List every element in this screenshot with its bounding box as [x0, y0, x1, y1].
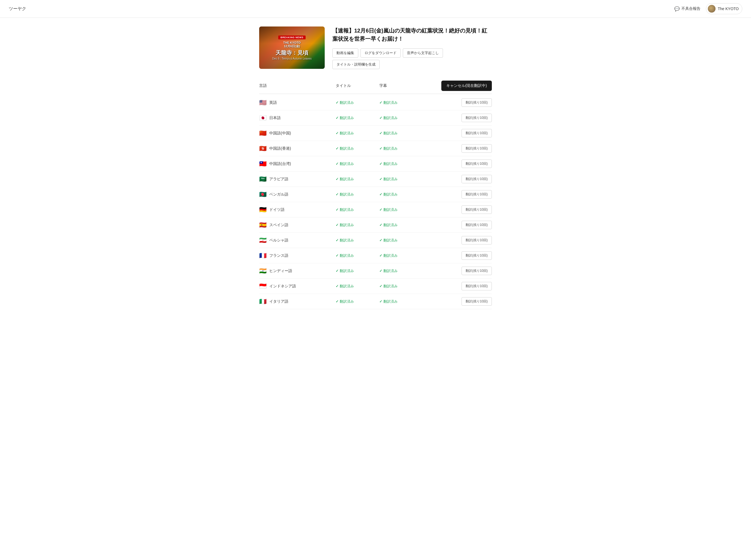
title-status: ✓ 翻訳済み: [336, 161, 379, 166]
title-translated-label: 翻訳済み: [340, 146, 354, 151]
article-info: 【速報】12月6日(金)嵐山の天龍寺の紅葉状況！絶好の見頃！紅葉状況を世界一早く…: [332, 26, 492, 69]
translate-button[interactable]: 翻訳(残り10回): [462, 190, 492, 199]
flag-icon: 🇸🇦: [259, 176, 266, 182]
check-icon: ✓: [336, 192, 339, 196]
language-name: アラビア語: [269, 177, 288, 182]
subtitle-translated-label: 翻訳済み: [383, 253, 398, 258]
translate-button[interactable]: 翻訳(残り10回): [462, 236, 492, 244]
title-status: ✓ 翻訳済み: [336, 116, 379, 120]
language-name: ドイツ語: [269, 207, 285, 212]
subtitle-translated-label: 翻訳済み: [383, 146, 398, 151]
subtitle-translated-label: 翻訳済み: [383, 131, 398, 136]
title-status: ✓ 翻訳済み: [336, 131, 379, 136]
check-icon: ✓: [379, 207, 382, 212]
subtitle-status: ✓ 翻訳済み: [379, 207, 423, 212]
main-content: BREAKING NEWS THE KYOTO 12月6日(金) 天龍寺：見頃 …: [252, 18, 499, 318]
header-title: タイトル: [336, 83, 379, 88]
title-translated-label: 翻訳済み: [340, 299, 354, 304]
language-name: 中国語(台湾): [269, 161, 291, 166]
language-cell: 🇸🇦 アラビア語: [259, 176, 336, 182]
translate-button[interactable]: 翻訳(残り10回): [462, 297, 492, 306]
transcribe-button[interactable]: 音声から文字起こし: [403, 48, 443, 58]
flag-icon: 🇪🇸: [259, 222, 266, 228]
translate-button[interactable]: 翻訳(残り10回): [462, 98, 492, 107]
subtitle-translated-label: 翻訳済み: [383, 299, 398, 304]
subtitle-status: ✓ 翻訳済み: [379, 116, 423, 120]
article-title: 【速報】12月6日(金)嵐山の天龍寺の紅葉状況！絶好の見頃！紅葉状況を世界一早く…: [332, 26, 492, 43]
translate-button[interactable]: 翻訳(残り10回): [462, 175, 492, 183]
title-status: ✓ 翻訳済み: [336, 223, 379, 227]
language-cell: 🇧🇩 ベンガル語: [259, 192, 336, 198]
check-icon: ✓: [336, 284, 339, 288]
header-subtitle: 字幕: [379, 83, 423, 88]
subtitle-status: ✓ 翻訳済み: [379, 223, 423, 227]
language-cell: 🇭🇰 中国語(香港): [259, 146, 336, 152]
language-cell: 🇮🇳 ヒンディー語: [259, 268, 336, 274]
subtitle-translated-label: 翻訳済み: [383, 238, 398, 243]
translate-button[interactable]: 翻訳(残り10回): [462, 129, 492, 137]
language-name: 中国語(中国): [269, 131, 291, 136]
header-right: 💬 不具合報告 The KYOTO: [674, 3, 742, 14]
language-name: ヒンディー語: [269, 268, 292, 274]
table-row: 🇫🇷 フランス語 ✓ 翻訳済み ✓ 翻訳済み 翻訳(残り10回): [259, 248, 492, 263]
report-icon: 💬: [674, 6, 680, 12]
avatar-image: [708, 5, 715, 13]
table-row: 🇮🇹 イタリア語 ✓ 翻訳済み ✓ 翻訳済み 翻訳(残り10回): [259, 294, 492, 309]
check-icon: ✓: [379, 284, 382, 288]
translate-button[interactable]: 翻訳(残り10回): [462, 221, 492, 229]
language-name: 英語: [269, 100, 277, 105]
generate-title-button[interactable]: タイトル・説明欄を生成: [332, 60, 380, 69]
flag-icon: 🇩🇪: [259, 207, 266, 213]
check-icon: ✓: [379, 101, 382, 105]
title-translated-label: 翻訳済み: [340, 207, 354, 212]
check-icon: ✓: [379, 223, 382, 227]
flag-icon: 🇭🇰: [259, 146, 266, 152]
title-translated-label: 翻訳済み: [340, 192, 354, 197]
table-row: 🇨🇳 中国語(中国) ✓ 翻訳済み ✓ 翻訳済み 翻訳(残り10回): [259, 126, 492, 141]
language-cell: 🇮🇩 インドネシア語: [259, 283, 336, 289]
translate-button[interactable]: 翻訳(残り10回): [462, 251, 492, 260]
title-status: ✓ 翻訳済み: [336, 238, 379, 243]
check-icon: ✓: [336, 116, 339, 120]
translate-button[interactable]: 翻訳(残り10回): [462, 205, 492, 214]
language-name: インドネシア語: [269, 284, 296, 289]
subtitle-translated-label: 翻訳済み: [383, 100, 398, 105]
title-translated-label: 翻訳済み: [340, 100, 354, 105]
title-status: ✓ 翻訳済み: [336, 192, 379, 197]
check-icon: ✓: [379, 299, 382, 303]
translate-button[interactable]: 翻訳(残り10回): [462, 282, 492, 291]
language-name: 日本語: [269, 116, 281, 120]
language-name: フランス語: [269, 253, 288, 258]
kyoto-name: The KYOTO: [718, 6, 739, 11]
flag-icon: 🇮🇳: [259, 268, 266, 274]
subtitle-status: ✓ 翻訳済み: [379, 100, 423, 105]
language-cell: 🇨🇳 中国語(中国): [259, 130, 336, 136]
table-row: 🇮🇩 インドネシア語 ✓ 翻訳済み ✓ 翻訳済み 翻訳(残り10回): [259, 279, 492, 294]
check-icon: ✓: [379, 146, 382, 151]
language-cell: 🇮🇹 イタリア語: [259, 299, 336, 305]
subtitle-translated-label: 翻訳済み: [383, 223, 398, 227]
language-cell: 🇫🇷 フランス語: [259, 253, 336, 259]
translate-button[interactable]: 翻訳(残り10回): [462, 267, 492, 275]
title-status: ✓ 翻訳済み: [336, 268, 379, 274]
table-row: 🇹🇼 中国語(台湾) ✓ 翻訳済み ✓ 翻訳済み 翻訳(残り10回): [259, 156, 492, 172]
download-log-button[interactable]: ログをダウンロード: [361, 48, 401, 58]
language-name: ペルシャ語: [269, 238, 288, 243]
subtitle-status: ✓ 翻訳済み: [379, 177, 423, 182]
translate-button[interactable]: 翻訳(残り10回): [462, 160, 492, 168]
title-translated-label: 翻訳済み: [340, 223, 354, 227]
title-translated-label: 翻訳済み: [340, 177, 354, 182]
translate-button[interactable]: 翻訳(残り10回): [462, 144, 492, 153]
subtitle-translated-label: 翻訳済み: [383, 207, 398, 212]
translate-button[interactable]: 翻訳(残り10回): [462, 114, 492, 122]
report-button[interactable]: 💬 不具合報告: [674, 6, 701, 12]
table-row: 🇯🇵 日本語 ✓ 翻訳済み ✓ 翻訳済み 翻訳(残り10回): [259, 111, 492, 126]
table-row: 🇸🇦 アラビア語 ✓ 翻訳済み ✓ 翻訳済み 翻訳(残り10回): [259, 172, 492, 187]
flag-icon: 🇯🇵: [259, 115, 266, 121]
language-name: イタリア語: [269, 299, 288, 304]
cancel-translation-button[interactable]: キャンセル(現在翻訳中): [441, 81, 492, 91]
edit-video-button[interactable]: 動画を編集: [332, 48, 358, 58]
flag-icon: 🇺🇸: [259, 100, 266, 106]
flag-icon: 🇮🇷: [259, 237, 266, 243]
title-translated-label: 翻訳済み: [340, 253, 354, 258]
